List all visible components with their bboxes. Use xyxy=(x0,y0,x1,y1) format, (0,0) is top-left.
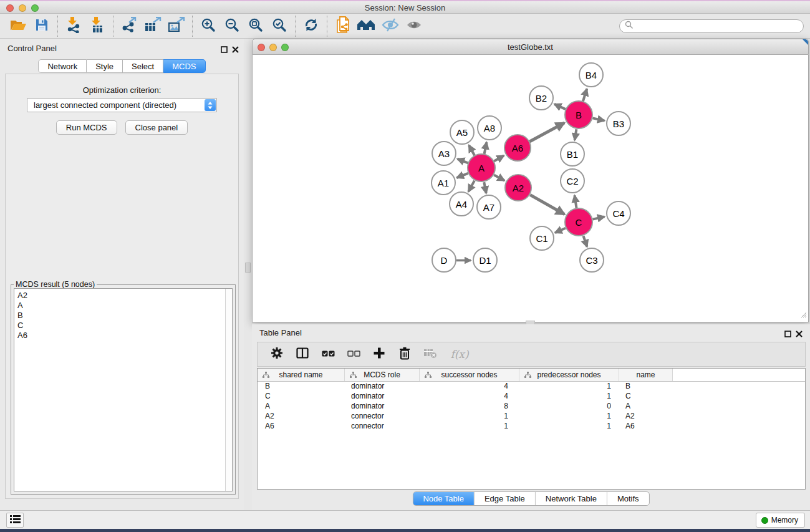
result-item-A2[interactable]: A2 xyxy=(17,291,232,301)
show-panels-button[interactable] xyxy=(6,513,24,528)
table-row-A[interactable]: Adominator80A xyxy=(258,402,805,412)
tab-motifs[interactable]: Motifs xyxy=(607,492,649,505)
table-row-C[interactable]: Cdominator41C xyxy=(258,392,805,402)
graph-node-C2[interactable]: C2 xyxy=(560,168,585,193)
export-image-button[interactable] xyxy=(165,16,188,37)
import-network-button[interactable] xyxy=(62,16,85,37)
column-header-mcds-role[interactable]: MCDS role xyxy=(345,369,420,381)
graph-node-A3[interactable]: A3 xyxy=(432,141,456,166)
tab-select[interactable]: Select xyxy=(123,59,163,73)
graph-node-A6[interactable]: A6 xyxy=(504,134,531,162)
result-item-A6[interactable]: A6 xyxy=(17,331,232,341)
cell[interactable]: A2 xyxy=(258,412,345,422)
cell[interactable]: C xyxy=(258,392,345,402)
cell[interactable]: 1 xyxy=(519,392,619,402)
cell[interactable]: A xyxy=(619,402,673,412)
search-field[interactable] xyxy=(619,19,804,33)
table-row-B[interactable]: Bdominator41B xyxy=(258,382,805,392)
tab-node-table[interactable]: Node Table xyxy=(413,492,474,505)
column-header-predecessor-nodes[interactable]: predecessor nodes xyxy=(519,369,619,381)
tab-mcds[interactable]: MCDS xyxy=(163,59,205,73)
cell[interactable]: B xyxy=(619,382,673,392)
network-window-titlebar[interactable]: testGlobe.txt xyxy=(252,39,809,55)
cell[interactable]: A6 xyxy=(619,422,673,432)
graph-node-A7[interactable]: A7 xyxy=(476,195,501,220)
table-row-A2[interactable]: A2connector11A2 xyxy=(258,412,805,422)
cell[interactable]: 1 xyxy=(519,412,619,422)
cell[interactable]: A6 xyxy=(258,422,345,432)
zoom-out-button[interactable] xyxy=(220,16,244,37)
graph-node-C4[interactable]: C4 xyxy=(606,201,631,226)
close-table-panel-icon[interactable] xyxy=(796,329,803,340)
graph-node-A2[interactable]: A2 xyxy=(504,174,532,201)
tab-network[interactable]: Network xyxy=(38,59,87,73)
graph-node-C3[interactable]: C3 xyxy=(579,248,604,273)
open-file-button[interactable] xyxy=(6,16,30,37)
cell[interactable]: 1 xyxy=(420,412,519,422)
cell[interactable]: A2 xyxy=(619,412,673,422)
graph-node-B1[interactable]: B1 xyxy=(560,142,585,167)
graph-node-B3[interactable]: B3 xyxy=(606,111,631,136)
mcds-result-list[interactable]: A2ABCA6 xyxy=(14,288,233,491)
cell[interactable]: 1 xyxy=(519,422,619,432)
result-scrollbar[interactable] xyxy=(225,289,232,491)
cell[interactable]: dominator xyxy=(345,382,420,392)
cell[interactable]: 1 xyxy=(519,382,619,392)
tab-style[interactable]: Style xyxy=(87,59,123,73)
zoom-selected-button[interactable] xyxy=(268,16,291,37)
cell[interactable]: A xyxy=(258,402,345,412)
cell[interactable]: 8 xyxy=(420,402,519,412)
delete-table-button[interactable] xyxy=(420,344,441,364)
close-panel-button[interactable]: Close panel xyxy=(125,120,188,135)
import-table-button[interactable] xyxy=(85,16,109,37)
tab-network-table[interactable]: Network Table xyxy=(535,492,607,505)
graph-node-C[interactable]: C xyxy=(564,208,593,236)
column-header-shared-name[interactable]: shared name xyxy=(258,369,345,381)
cell[interactable]: dominator xyxy=(345,392,420,402)
search-input[interactable] xyxy=(637,22,803,31)
table-settings-button[interactable] xyxy=(266,344,287,364)
result-item-C[interactable]: C xyxy=(17,321,232,331)
delete-column-button[interactable] xyxy=(394,344,415,364)
float-panel-icon[interactable] xyxy=(221,44,228,56)
result-item-B[interactable]: B xyxy=(17,311,232,321)
graph-node-D1[interactable]: D1 xyxy=(473,248,498,273)
network-document-button[interactable] xyxy=(331,16,355,37)
tab-edge-table[interactable]: Edge Table xyxy=(474,492,535,505)
splitter-grip[interactable] xyxy=(245,263,251,273)
node-table[interactable]: shared name MCDS role successor nodes pr… xyxy=(257,368,806,490)
graph-node-A8[interactable]: A8 xyxy=(477,115,502,140)
save-session-button[interactable] xyxy=(30,16,54,37)
cell[interactable]: connector xyxy=(345,422,420,432)
vertical-splitter[interactable] xyxy=(244,39,252,510)
select-all-columns-button[interactable] xyxy=(317,344,339,364)
graph-node-D[interactable]: D xyxy=(432,248,456,273)
zoom-in-button[interactable] xyxy=(196,16,220,37)
cell[interactable]: connector xyxy=(345,412,420,422)
refresh-button[interactable] xyxy=(299,16,323,37)
result-item-A[interactable]: A xyxy=(17,301,232,311)
cell[interactable]: dominator xyxy=(345,402,420,412)
show-details-button[interactable] xyxy=(402,16,426,37)
graph-node-B4[interactable]: B4 xyxy=(579,62,604,87)
graph-node-B2[interactable]: B2 xyxy=(529,85,554,110)
memory-button[interactable]: Memory xyxy=(756,513,805,528)
column-header-successor-nodes[interactable]: successor nodes xyxy=(420,369,519,381)
export-table-button[interactable] xyxy=(141,16,165,37)
float-table-panel-icon[interactable] xyxy=(784,329,791,340)
graph-node-A[interactable]: A xyxy=(467,153,496,182)
dock-triangle-icon[interactable] xyxy=(803,39,808,45)
graph-node-C1[interactable]: C1 xyxy=(529,226,554,251)
graph-node-A4[interactable]: A4 xyxy=(449,191,474,216)
cell[interactable]: 0 xyxy=(519,402,619,412)
deselect-all-columns-button[interactable] xyxy=(343,344,364,364)
cell[interactable]: B xyxy=(258,382,345,392)
close-panel-icon[interactable] xyxy=(232,44,239,56)
cell[interactable]: 4 xyxy=(420,392,519,402)
graph-node-A5[interactable]: A5 xyxy=(450,120,475,145)
function-builder-button[interactable]: f(x) xyxy=(445,344,474,364)
column-header-name[interactable]: name xyxy=(619,369,673,381)
optimization-criterion-dropdown[interactable]: largest connected component (directed) xyxy=(27,98,217,112)
run-mcds-button[interactable]: Run MCDS xyxy=(56,120,117,135)
network-canvas[interactable]: B4B2BB3A8A5A6A3B1AC2A1A2A4A7C4CC1C3DD1 xyxy=(252,55,809,322)
